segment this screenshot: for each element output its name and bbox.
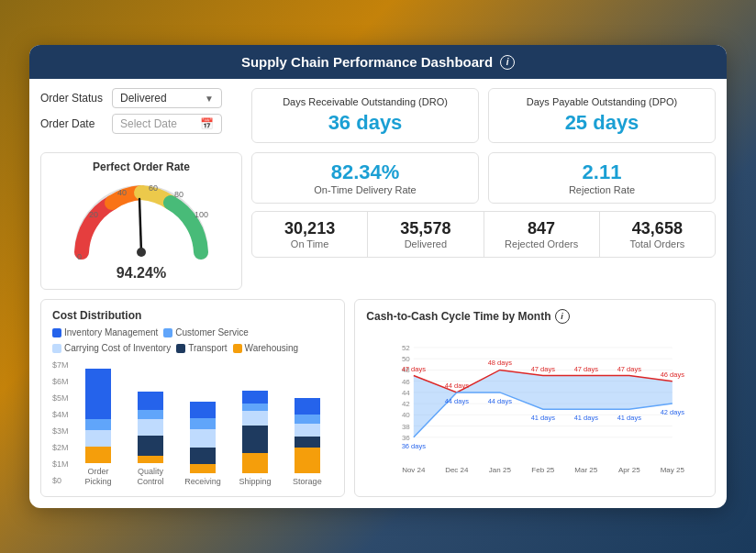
on-time-num: 30,213 bbox=[263, 219, 356, 238]
rejected-label: Rejected Orders bbox=[495, 238, 588, 249]
dpo-value: 25 days bbox=[500, 111, 704, 135]
bar-stack[interactable] bbox=[295, 398, 320, 473]
svg-text:50: 50 bbox=[402, 355, 410, 363]
bar-label: Storage bbox=[293, 477, 322, 487]
line-chart-svg: 36384042444648505247 days44 days48 days4… bbox=[366, 329, 704, 476]
delivery-rate-label: On-Time Delivery Rate bbox=[263, 184, 467, 195]
bar-segment bbox=[242, 426, 268, 453]
y-axis-label: $6M bbox=[52, 377, 69, 386]
cost-distribution-card: Cost Distribution Inventory ManagementCu… bbox=[40, 299, 345, 497]
rejection-rate-card: 2.11 Rejection Rate bbox=[488, 152, 716, 204]
svg-line-0 bbox=[139, 199, 141, 252]
legend-item: Inventory Management bbox=[52, 327, 158, 337]
bar-segment bbox=[295, 448, 320, 473]
dro-value: 36 days bbox=[263, 111, 467, 135]
order-status-row: Order Status Delivered ▼ bbox=[40, 88, 242, 108]
gauge-container: 0 20 40 60 80 100 bbox=[68, 179, 215, 261]
order-date-label: Order Date bbox=[40, 117, 105, 130]
dashboard-header: Supply Chain Performance Dashboard i bbox=[29, 45, 727, 79]
legend-item: Customer Service bbox=[163, 327, 248, 337]
bar-label: Order Picking bbox=[84, 467, 111, 487]
bar-segment bbox=[242, 404, 268, 411]
y-axis-label: $3M bbox=[52, 426, 69, 436]
metrics-bottom-row: 30,213 On Time 35,578 Delivered 847 Reje… bbox=[251, 211, 716, 258]
middle-section: Perfect Order Rate 0 bbox=[29, 152, 727, 299]
dro-label: Days Receivable Outstanding (DRO) bbox=[263, 96, 467, 107]
order-date-row: Order Date Select Date 📅 bbox=[40, 114, 242, 134]
svg-text:40: 40 bbox=[402, 411, 410, 419]
delivered-num: 35,578 bbox=[379, 219, 472, 238]
upper-label: 44 days bbox=[445, 382, 470, 390]
dro-card: Days Receivable Outstanding (DRO) 36 day… bbox=[251, 88, 479, 143]
lower-label: 41 days bbox=[574, 414, 599, 422]
bar-segment bbox=[242, 391, 268, 404]
bar-segment bbox=[295, 398, 320, 415]
kpi-cards: Days Receivable Outstanding (DRO) 36 day… bbox=[251, 88, 716, 143]
svg-text:44: 44 bbox=[402, 389, 410, 397]
bar-stack[interactable] bbox=[85, 369, 111, 463]
bar-stack[interactable] bbox=[190, 402, 216, 473]
bar-segment bbox=[85, 447, 111, 463]
bar-segment bbox=[295, 437, 320, 448]
order-status-select[interactable]: Delivered ▼ bbox=[112, 88, 222, 108]
delivery-rate-value: 82.34% bbox=[263, 160, 467, 184]
gauge-value: 94.24% bbox=[52, 265, 230, 282]
dashboard-title: Supply Chain Performance Dashboard bbox=[241, 54, 493, 70]
lower-label: 42 days bbox=[661, 408, 685, 416]
bar-segment bbox=[85, 369, 111, 419]
bar-group: Quality Control bbox=[124, 392, 176, 487]
total-num: 43,658 bbox=[611, 219, 704, 238]
order-date-placeholder: Select Date bbox=[120, 117, 177, 130]
bar-segment bbox=[190, 448, 216, 464]
legend-item: Warehousing bbox=[233, 343, 299, 353]
bar-stack[interactable] bbox=[138, 392, 163, 463]
bar-group: Receiving bbox=[176, 402, 228, 487]
bar-segment bbox=[138, 419, 163, 436]
line-chart-title: Cash-to-Cash Cycle Time by Month i bbox=[366, 309, 704, 324]
gauge-title: Perfect Order Rate bbox=[52, 160, 230, 173]
upper-label: 46 days bbox=[661, 371, 685, 379]
cost-chart-legend: Inventory ManagementCustomer ServiceCarr… bbox=[52, 327, 333, 353]
on-time-cell: 30,213 On Time bbox=[252, 212, 368, 257]
metrics-grid: 82.34% On-Time Delivery Rate 2.11 Reject… bbox=[251, 152, 716, 290]
bar-label: Shipping bbox=[239, 477, 271, 487]
bar-segment bbox=[242, 453, 268, 473]
bar-segment bbox=[190, 464, 216, 473]
x-axis-label: Nov 24 bbox=[403, 466, 427, 474]
lower-label: 36 days bbox=[402, 442, 427, 450]
dropdown-arrow-icon: ▼ bbox=[205, 94, 214, 104]
header-info-icon[interactable]: i bbox=[500, 55, 515, 70]
line-chart-info-icon[interactable]: i bbox=[555, 309, 570, 324]
x-axis-label: Feb 25 bbox=[532, 466, 555, 474]
delivered-cell: 35,578 Delivered bbox=[368, 212, 484, 257]
y-axis-label: $7M bbox=[52, 360, 69, 370]
line-chart-title-text: Cash-to-Cash Cycle Time by Month bbox=[366, 310, 550, 323]
line-chart-card: Cash-to-Cash Cycle Time by Month i 36384… bbox=[354, 299, 716, 497]
upper-label: 47 days bbox=[402, 365, 427, 373]
x-axis-label: Mar 25 bbox=[575, 466, 598, 474]
bar-segment bbox=[85, 419, 111, 430]
x-axis-label: May 25 bbox=[661, 466, 685, 474]
svg-point-1 bbox=[137, 248, 146, 257]
bar-label: Quality Control bbox=[137, 467, 163, 487]
bar-segment bbox=[138, 410, 163, 419]
y-axis-label: $5M bbox=[52, 393, 69, 403]
bar-chart: Order PickingQuality ControlReceivingShi… bbox=[72, 359, 334, 487]
dpo-label: Days Payable Outstanding (DPO) bbox=[500, 96, 704, 107]
top-section: Order Status Delivered ▼ Order Date Sele… bbox=[29, 79, 727, 152]
calendar-icon: 📅 bbox=[200, 117, 214, 130]
bar-segment bbox=[138, 392, 163, 410]
legend-item: Carrying Cost of Inventory bbox=[52, 343, 171, 353]
dpo-card: Days Payable Outstanding (DPO) 25 days bbox=[488, 88, 716, 143]
order-date-picker[interactable]: Select Date 📅 bbox=[112, 114, 222, 134]
bar-stack[interactable] bbox=[242, 391, 268, 473]
svg-text:38: 38 bbox=[402, 423, 410, 431]
delivery-rate-card: 82.34% On-Time Delivery Rate bbox=[251, 152, 479, 204]
upper-label: 48 days bbox=[488, 359, 513, 367]
gauge-svg: 0 20 40 60 80 100 bbox=[68, 179, 215, 261]
filters-panel: Order Status Delivered ▼ Order Date Sele… bbox=[40, 88, 242, 143]
delivered-label: Delivered bbox=[379, 238, 472, 249]
y-axis: $0$1M$2M$3M$4M$5M$6M$7M bbox=[52, 359, 69, 487]
svg-text:80: 80 bbox=[174, 190, 183, 199]
rejection-rate-label: Rejection Rate bbox=[500, 184, 704, 195]
